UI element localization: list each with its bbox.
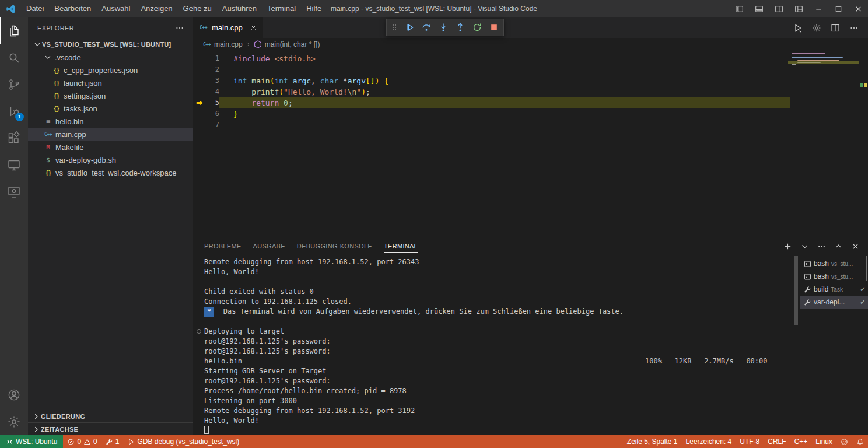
- terminal-cursor: [204, 426, 209, 434]
- file-var-deploy-gdb.sh[interactable]: $var-deploy-gdb.sh: [28, 153, 192, 166]
- statusbar-bell[interactable]: [852, 435, 868, 448]
- line-number[interactable]: 1: [192, 53, 219, 64]
- cpp-file-icon: C++: [43, 132, 53, 137]
- sessions-scrollbar[interactable]: [866, 256, 867, 281]
- menu-terminal[interactable]: Terminal: [262, 0, 301, 18]
- line-number[interactable]: 7: [192, 120, 219, 131]
- breadcrumb-item[interactable]: C++main.cpp: [202, 40, 243, 48]
- statusbar-cpp-configuration[interactable]: Linux: [811, 435, 836, 448]
- toggle-secondary-sidebar-button[interactable]: [769, 0, 789, 18]
- menu-gehe-zu[interactable]: Gehe zu: [178, 0, 217, 18]
- tools-icon: [106, 438, 113, 446]
- activity-explorer[interactable]: [0, 18, 28, 44]
- terminal-line: Hello, World!: [204, 267, 800, 277]
- tab-main.cpp[interactable]: C++main.cpp: [192, 18, 263, 38]
- menu-datei[interactable]: Datei: [21, 0, 49, 18]
- terminal-session-bash[interactable]: bashvs_stu...: [800, 270, 868, 283]
- terminal-output[interactable]: Remote debugging from host 192.168.1.52,…: [192, 255, 800, 435]
- toggle-panel-button[interactable]: [749, 0, 769, 18]
- customize-layout-button[interactable]: [789, 0, 808, 18]
- activity-source-control[interactable]: [0, 71, 28, 98]
- step-over-button[interactable]: [422, 23, 431, 32]
- terminal-session-bash[interactable]: bashvs_stu...: [800, 257, 868, 270]
- minimap[interactable]: [792, 52, 857, 71]
- close-panel-button[interactable]: [851, 242, 860, 251]
- panel-tab-terminal[interactable]: TERMINAL: [378, 238, 424, 255]
- menu-ausf-hren[interactable]: Ausführen: [217, 0, 262, 18]
- section-gliederung[interactable]: GLIEDERUNG: [28, 410, 192, 422]
- menu-hilfe[interactable]: Hilfe: [301, 0, 327, 18]
- statusbar-active-tasks[interactable]: 1: [102, 435, 124, 448]
- file-launch.json[interactable]: {}launch.json: [28, 76, 192, 89]
- statusbar-feedback[interactable]: [836, 435, 852, 448]
- statusbar-debug-session[interactable]: GDB debug (vs_studio_test_wsl): [123, 435, 243, 448]
- line-number[interactable]: 4: [192, 86, 219, 97]
- close-window-button[interactable]: [848, 0, 868, 18]
- section-zeitachse[interactable]: ZEITACHSE: [28, 422, 192, 435]
- menu-auswahl[interactable]: Auswahl: [96, 0, 135, 18]
- panel-tab-ausgabe[interactable]: AUSGABE: [247, 238, 291, 255]
- minimize-button[interactable]: [808, 0, 828, 18]
- terminal-session-build[interactable]: buildTask✓: [800, 283, 868, 296]
- statusbar-remote-indicator[interactable]: WSL: Ubuntu: [0, 435, 63, 448]
- line-number[interactable]: 6: [192, 108, 219, 120]
- statusbar-eol[interactable]: CRLF: [764, 435, 790, 448]
- activity-settings[interactable]: [0, 408, 28, 435]
- maximize-restore-button[interactable]: [828, 0, 848, 18]
- more-actions-button[interactable]: [849, 23, 859, 33]
- overview-ruler-debug-marker: [860, 83, 863, 87]
- maximize-panel-button[interactable]: [834, 242, 843, 251]
- terminal-picker-button[interactable]: [800, 242, 809, 251]
- statusbar-language[interactable]: C++: [790, 435, 812, 448]
- statusbar-encoding[interactable]: UTF-8: [736, 435, 764, 448]
- restart-button[interactable]: [473, 23, 482, 32]
- statusbar-problems[interactable]: 00: [63, 435, 101, 448]
- continue-button[interactable]: [405, 23, 414, 32]
- remote-targets-icon: [7, 185, 21, 199]
- sidebar-title: EXPLORER: [37, 24, 74, 32]
- open-settings-button[interactable]: [812, 23, 821, 33]
- file-c_cpp_properties.json[interactable]: {}c_cpp_properties.json: [28, 64, 192, 76]
- file-main.cpp[interactable]: C++main.cpp: [28, 128, 192, 141]
- terminal-session-var-depl...[interactable]: var-depl...✓: [800, 296, 868, 309]
- file-settings.json[interactable]: {}settings.json: [28, 89, 192, 102]
- code-line-2: 2: [192, 64, 868, 75]
- activity-search[interactable]: [0, 44, 28, 71]
- menu-bearbeiten[interactable]: Bearbeiten: [49, 0, 96, 18]
- file-vs_studio_test_wsl.code-workspace[interactable]: {}vs_studio_test_wsl.code-workspace: [28, 166, 192, 179]
- file-.vscode[interactable]: .vscode: [28, 51, 192, 64]
- close-tab-icon[interactable]: [250, 24, 257, 32]
- explorer-more-actions-icon[interactable]: [175, 23, 184, 33]
- activity-remote-targets[interactable]: [0, 178, 28, 205]
- line-number[interactable]: 3: [192, 75, 219, 86]
- activity-accounts[interactable]: [0, 382, 28, 408]
- file-hello.bin[interactable]: ≡hello.bin: [28, 115, 192, 128]
- panel-tab-probleme[interactable]: PROBLEME: [198, 238, 247, 255]
- more-actions-button[interactable]: [817, 242, 826, 251]
- terminal-line: Child exited with status 0: [204, 287, 800, 297]
- activity-run-and-debug[interactable]: 1: [0, 98, 28, 125]
- statusbar-indentation[interactable]: Leerzeichen: 4: [682, 435, 736, 448]
- statusbar-right: Zeile 5, Spalte 1Leerzeichen: 4UTF-8CRLF…: [623, 435, 868, 448]
- statusbar-cursor-position[interactable]: Zeile 5, Spalte 1: [623, 435, 682, 448]
- file-tasks.json[interactable]: {}tasks.json: [28, 102, 192, 115]
- line-number[interactable]: 2: [192, 64, 219, 75]
- menu-anzeigen[interactable]: Anzeigen: [135, 0, 177, 18]
- terminal-line: root@192.168.1.125's password:: [204, 376, 800, 386]
- new-terminal-button[interactable]: [783, 242, 792, 251]
- run-or-debug-button[interactable]: [793, 23, 803, 33]
- breadcrumb-item[interactable]: main(int, char * []): [253, 40, 320, 49]
- toolbar-gripper-icon[interactable]: [391, 23, 397, 32]
- stop-button[interactable]: [489, 23, 499, 32]
- file-Makefile[interactable]: MMakefile: [28, 141, 192, 153]
- split-editor-button[interactable]: [831, 23, 840, 33]
- step-out-button[interactable]: [456, 23, 465, 32]
- terminal-scrollbar[interactable]: [794, 256, 798, 325]
- editor[interactable]: 1#include <stdio.h>23int main(int argc, …: [192, 51, 868, 237]
- activity-remote-explorer[interactable]: [0, 152, 28, 178]
- step-into-button[interactable]: [439, 23, 448, 32]
- workspace-root-folder[interactable]: VS_STUDIO_TEST_WSL [WSL: UBUNTU]: [28, 38, 192, 51]
- activity-extensions[interactable]: [0, 125, 28, 152]
- panel-tab-debugging-konsole[interactable]: DEBUGGING-KONSOLE: [291, 238, 378, 255]
- toggle-primary-sidebar-button[interactable]: [729, 0, 749, 18]
